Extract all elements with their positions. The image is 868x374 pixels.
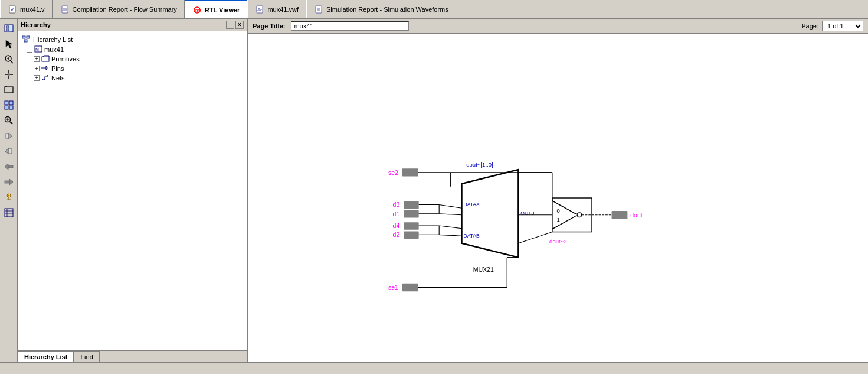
view-tool[interactable] (2, 83, 16, 97)
sidebar-content: Hierarchy List – M mux41 + (18, 31, 247, 350)
title-bar: V mux41.v Compilation Report - Flow Summ… (0, 0, 868, 19)
find-tool[interactable] (2, 113, 16, 128)
sidebar-pin-btn[interactable]: – (226, 21, 234, 29)
tree-item-label: Pins (51, 65, 64, 72)
svg-rect-48 (22, 36, 25, 38)
tab-hierarchy-list[interactable]: Hierarchy List (18, 351, 74, 362)
svg-rect-27 (9, 101, 13, 105)
svg-point-23 (8, 73, 10, 76)
expander-primitives[interactable]: + (34, 56, 40, 62)
mux-label: MUX21 (473, 266, 494, 273)
rtl-icon: RTL (192, 5, 202, 15)
report-icon (60, 5, 70, 14)
svg-line-82 (518, 232, 552, 243)
se1-label: se1 (388, 284, 398, 291)
svg-rect-41 (5, 181, 9, 183)
forward-tool[interactable] (2, 175, 16, 189)
sidebar-header: Hierarchy – ✕ (18, 19, 247, 31)
svg-rect-34 (6, 134, 9, 138)
d3-label: d3 (393, 201, 400, 208)
tab-mux41vwf[interactable]: mux41.vwf (247, 0, 306, 18)
tree-mux41[interactable]: – M mux41 (25, 45, 244, 54)
svg-line-20 (11, 61, 13, 63)
dout-bus-label: dout~[1..0] (466, 161, 493, 168)
svg-line-67 (439, 205, 461, 209)
tree-hierarchy-list[interactable]: Hierarchy List (21, 34, 244, 45)
svg-marker-18 (6, 40, 12, 48)
tab-compilation[interactable]: Compilation Report - Flow Summary (53, 0, 185, 18)
tree-nets[interactable]: + Nets (32, 73, 244, 83)
svg-point-63 (47, 75, 48, 76)
expander-pins[interactable]: + (34, 66, 40, 71)
pan-tool[interactable] (2, 67, 16, 82)
file-v-icon: V (8, 5, 17, 14)
svg-rect-56 (42, 57, 49, 61)
svg-point-43 (8, 195, 9, 197)
dout-signal-shape (612, 211, 628, 219)
d2-label: d2 (393, 231, 400, 238)
expander-nets[interactable]: + (34, 75, 40, 81)
status-bar (0, 362, 868, 374)
svg-rect-24 (5, 87, 13, 93)
next-tool[interactable] (2, 144, 16, 158)
page-title-label: Page Title: (253, 22, 285, 30)
tree-item-label: Hierarchy List (33, 36, 73, 43)
schematic-tool[interactable] (2, 21, 16, 35)
canvas-body[interactable]: se2 SEL MUX21 DATAA DATAB d3 d1 (248, 34, 868, 362)
sidebar-title: Hierarchy (21, 21, 51, 28)
page-select[interactable]: 1 of 1 (822, 21, 863, 31)
svg-text:V: V (11, 8, 14, 12)
waveform-icon (255, 5, 264, 14)
svg-marker-37 (5, 148, 9, 154)
svg-marker-38 (5, 164, 8, 170)
svg-rect-15 (6, 29, 9, 31)
dout-label: dout (630, 212, 643, 219)
expander-mux41[interactable]: – (27, 47, 32, 53)
d1-signal-shape (404, 210, 419, 217)
tree-item-label: Nets (51, 74, 65, 82)
schematic2-tool[interactable] (2, 98, 16, 112)
svg-rect-29 (9, 106, 13, 109)
pins-icon (41, 64, 50, 73)
svg-rect-14 (6, 26, 9, 28)
svg-line-69 (439, 214, 461, 215)
netlist-tool[interactable] (2, 190, 16, 204)
tab-simulation[interactable]: Simulation Report - Simulation Waveforms (306, 0, 456, 18)
simulation-icon (314, 5, 323, 14)
dout2-label: dout~2 (549, 238, 567, 245)
buf-0-label: 0 (557, 207, 560, 214)
prev-tool[interactable] (2, 129, 16, 143)
d4-label: d4 (393, 222, 400, 229)
se2-signal-shape (402, 168, 418, 176)
se1-signal-shape (402, 284, 418, 291)
canvas-toolbar: Page Title: Page: 1 of 1 (248, 19, 868, 34)
tab-mux41v[interactable]: V mux41.v (0, 0, 53, 18)
back-tool[interactable] (2, 160, 16, 174)
tree-pins[interactable]: + Pins (32, 64, 244, 73)
mux41-icon: M (34, 45, 42, 54)
hierarchy-tool[interactable] (2, 206, 16, 220)
tab-find[interactable]: Find (74, 351, 99, 362)
dataa-label: DATAA (463, 201, 480, 207)
svg-point-61 (42, 79, 43, 80)
tree-primitives[interactable]: + Primitives (32, 54, 244, 64)
sidebar-tabs: Hierarchy List Find (18, 350, 247, 362)
tab-rtl[interactable]: RTL RTL Viewer (185, 0, 248, 18)
svg-marker-40 (9, 179, 13, 185)
zoom-tool[interactable] (2, 52, 16, 66)
svg-line-73 (439, 235, 461, 236)
svg-rect-26 (5, 101, 8, 105)
d1-label: d1 (393, 210, 400, 217)
sidebar: Hierarchy – ✕ Hierar (18, 19, 248, 362)
svg-rect-36 (9, 149, 12, 154)
page-title-input[interactable] (291, 21, 409, 31)
mux-body (462, 170, 519, 258)
d2-signal-shape (404, 232, 419, 239)
cursor-tool[interactable] (2, 37, 16, 51)
tree-item-label: mux41 (44, 46, 64, 53)
buffer-bubble (577, 213, 582, 217)
nets-icon (41, 74, 50, 82)
main-layout: Hierarchy – ✕ Hierar (0, 19, 868, 362)
sidebar-close-btn[interactable]: ✕ (235, 21, 244, 29)
page-selector: Page: 1 of 1 (801, 21, 863, 31)
